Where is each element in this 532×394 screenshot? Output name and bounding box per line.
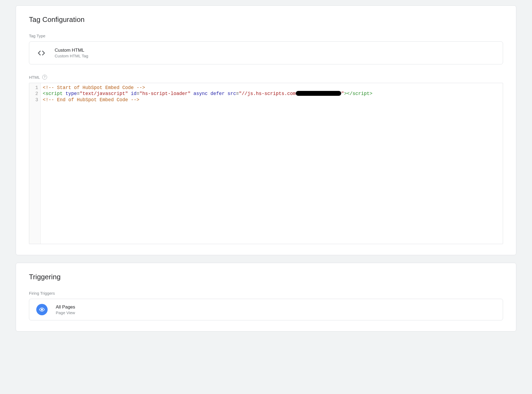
code-icon: [36, 48, 47, 58]
code-comment: <!-- End of HubSpot Embed Code -->: [43, 97, 139, 103]
code-attr: type: [65, 91, 77, 96]
firing-triggers-label: Firing Triggers: [29, 291, 503, 296]
firing-trigger-row[interactable]: All Pages Page View: [29, 299, 503, 320]
triggering-heading: Triggering: [29, 273, 503, 281]
code-string: "//js.hs-scripts.com: [239, 91, 296, 96]
tag-configuration-card: Tag Configuration Tag Type Custom HTML C…: [16, 5, 516, 255]
html-label-text: HTML: [29, 75, 40, 80]
code-attr: defer: [211, 91, 225, 96]
tag-type-selector[interactable]: Custom HTML Custom HTML Tag: [29, 41, 503, 64]
gutter-line: 3: [32, 97, 38, 109]
html-code-editor[interactable]: 1 2 3 <!-- Start of HubSpot Embed Code -…: [29, 83, 503, 244]
html-field-label: HTML ?: [29, 75, 503, 80]
code-string: "hs-script-loader": [139, 91, 191, 96]
trigger-title: All Pages: [56, 304, 75, 310]
code-string: ": [341, 91, 344, 96]
help-icon[interactable]: ?: [42, 75, 47, 80]
code-attr: src: [228, 91, 236, 96]
code-attr: async: [193, 91, 208, 96]
code-string: "text/javascript": [80, 91, 128, 96]
code-comment: <!-- Start of HubSpot Embed Code -->: [43, 85, 145, 90]
code-attr: id: [131, 91, 137, 96]
redacted-block: [296, 91, 341, 96]
triggering-card: Triggering Firing Triggers All Pages Pag…: [16, 263, 516, 331]
trigger-subtitle: Page View: [56, 310, 75, 315]
svg-point-0: [41, 309, 43, 310]
code-tag-open: <script: [43, 91, 63, 96]
pageview-icon: [36, 304, 48, 315]
gutter-line: 2: [32, 91, 38, 97]
tag-type-label: Tag Type: [29, 34, 503, 38]
gutter-line: 1: [32, 85, 38, 91]
tag-type-title: Custom HTML: [55, 48, 88, 53]
tag-type-subtitle: Custom HTML Tag: [55, 54, 88, 58]
tag-configuration-heading: Tag Configuration: [29, 15, 503, 24]
code-tag-close: ></script>: [344, 91, 372, 96]
code-gutter: 1 2 3: [29, 83, 41, 244]
code-area[interactable]: <!-- Start of HubSpot Embed Code --> <sc…: [41, 83, 503, 244]
